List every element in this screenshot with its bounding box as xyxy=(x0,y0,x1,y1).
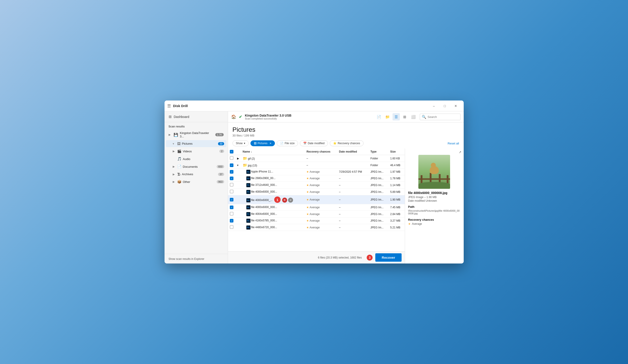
sidebar-item-label-audio: Audio xyxy=(183,157,224,161)
sidebar-footer: Show scan results in Explorer xyxy=(164,254,228,263)
archives-count-badge: 37 xyxy=(218,173,224,176)
sidebar-item-documents[interactable]: ▶ 📄 Documents 650 xyxy=(166,163,227,170)
drive-name: Kingston DataTraveler 3... xyxy=(180,131,214,138)
scan-results-label: Scan results xyxy=(164,122,228,129)
documents-count-badge: 650 xyxy=(217,165,224,168)
collapse-icon[interactable]: ▾ xyxy=(237,164,238,167)
row-date: – xyxy=(337,204,369,211)
table-row[interactable]: – ▾ 📁 jpg (13) – Folder xyxy=(228,162,405,169)
preview-hash-button[interactable]: # xyxy=(288,198,293,203)
row-checkbox[interactable]: ✓ xyxy=(230,198,234,201)
sidebar-item-archives[interactable]: ▶ 🗜 Archives 37 xyxy=(166,171,227,178)
row-checkbox[interactable] xyxy=(230,225,234,229)
size-column-header[interactable]: Size xyxy=(389,148,405,155)
row-type: Folder xyxy=(369,155,388,162)
date-modified-filter-button[interactable]: 📅 Date modified xyxy=(300,140,328,146)
table-row[interactable]: ▶ 📁 gif (2) – Folder 1.60 KB xyxy=(228,155,405,162)
recovery-chances-filter-button[interactable]: ⭐ Recovery chances xyxy=(330,140,364,146)
pictures-filter-button[interactable]: 🖼 Pictures ✕ xyxy=(250,140,275,146)
drive-expand-arrow: ▶ xyxy=(169,133,172,136)
row-recovery: ★ Average xyxy=(305,218,337,224)
sidebar-item-pictures[interactable]: ▾ 🖼 Pictures 30 xyxy=(166,140,227,147)
recover-button[interactable]: Recover xyxy=(375,253,401,262)
videos-count-badge: 2 xyxy=(219,150,224,153)
sidebar-item-label-documents: Documents xyxy=(183,165,216,168)
recovery-column-header[interactable]: Recovery chances xyxy=(305,148,337,155)
select-all-header[interactable]: – xyxy=(228,148,235,155)
list-view-button[interactable]: ☰ xyxy=(392,113,400,121)
table-row[interactable]: ✓ Ps file 4000x6000_000... ★ Average xyxy=(228,204,405,211)
sidebar-item-audio[interactable]: ▶ 🎵 Audio xyxy=(166,155,227,163)
type-column-header[interactable]: Type xyxy=(369,148,388,155)
pictures-count-badge: 30 xyxy=(218,142,224,145)
table-row[interactable]: ✓ Ps Apple iPhone 11... ★ Average xyxy=(228,169,405,175)
table-row[interactable]: ✓ Ps file 2680x3900_00... ★ Average xyxy=(228,175,405,182)
row-checkbox[interactable]: – xyxy=(230,163,234,167)
row-date: – xyxy=(337,195,369,204)
table-row[interactable]: Ps file 3712x4640_000... ★ Average – JPE… xyxy=(228,182,405,188)
row-date: – xyxy=(337,188,369,195)
close-button[interactable]: ✕ xyxy=(451,102,461,110)
table-row[interactable]: Ps file 4480x6720_000... ★ Average – JPE… xyxy=(228,224,405,231)
search-box[interactable]: 🔍 xyxy=(420,114,461,120)
pictures-expand-arrow: ▾ xyxy=(173,142,176,145)
row-checkbox[interactable]: ✓ xyxy=(230,177,234,180)
expand-icon[interactable]: ▶ xyxy=(237,157,239,160)
sidebar-item-other[interactable]: ▶ 📦 Other 963 xyxy=(166,178,227,185)
bottom-status: 6 files (20.3 MB) selected, 1682 files xyxy=(231,256,364,259)
row-date: 7/29/2020 4:57 PM xyxy=(337,169,369,175)
minimize-button[interactable]: – xyxy=(429,102,439,110)
table-row[interactable]: Ps file 4000x6000_000... ★ Average – JPE… xyxy=(228,188,405,195)
select-all-checkbox[interactable]: – xyxy=(230,150,234,153)
date-column-header[interactable]: Date modified xyxy=(337,148,369,155)
home-icon[interactable]: 🏠 xyxy=(231,114,236,119)
other-count-badge: 963 xyxy=(217,180,224,183)
table-row[interactable]: ✓ Ps file 4000x6000_... 1 👁 xyxy=(228,195,405,204)
videos-icon: 🎬 xyxy=(177,149,181,153)
file-size-filter-button[interactable]: 📄 File size xyxy=(277,140,298,146)
new-file-button[interactable]: 📄 xyxy=(375,113,383,121)
page-title: Pictures xyxy=(233,126,459,133)
name-column-header[interactable]: Name ↓ xyxy=(241,148,305,155)
pictures-filter-close-icon[interactable]: ✕ xyxy=(269,142,271,145)
row-filename: file 3712x4640_000... xyxy=(251,183,277,186)
sidebar-drive[interactable]: ▶ 💾 Kingston DataTraveler 3... 1.7K xyxy=(164,129,228,140)
grid-view-button[interactable]: ⊞ xyxy=(401,113,408,121)
row-type: JPEG Im... xyxy=(369,204,388,211)
check-icon: ✔ xyxy=(239,114,242,119)
row-date: – xyxy=(337,211,369,218)
row-date: – xyxy=(337,218,369,224)
table-area[interactable]: – Name ↓ Recovery chances Date modified xyxy=(228,148,405,251)
row-filename: file 2680x3900_00... xyxy=(251,177,276,180)
row-date xyxy=(337,155,369,162)
table-row[interactable]: Ps file 4004x6000_000... ★ Average – JPE… xyxy=(228,211,405,218)
split-view-button[interactable]: ⬜ xyxy=(410,113,417,121)
external-link-icon[interactable]: ↗ xyxy=(459,150,462,154)
row-type: JPEG Im... xyxy=(369,195,388,204)
row-checkbox[interactable] xyxy=(230,183,234,186)
dashboard-nav-item[interactable]: ⊞ Dashboard xyxy=(164,111,228,122)
row-checkbox[interactable] xyxy=(230,212,234,216)
search-input[interactable] xyxy=(428,115,459,119)
reset-all-button[interactable]: Reset all xyxy=(448,142,459,145)
badge-1: 1 xyxy=(274,196,281,203)
hamburger-icon[interactable]: ☰ xyxy=(167,104,171,109)
sidebar-item-label-pictures: Pictures xyxy=(182,142,217,145)
preview-eye-button[interactable]: 👁 xyxy=(282,198,287,203)
preview-date: Date modified Unknown xyxy=(405,199,464,203)
row-checkbox[interactable] xyxy=(230,156,234,160)
preview-chances: ★ Average xyxy=(405,222,464,226)
folder-button[interactable]: 📁 xyxy=(384,113,391,121)
show-filter-button[interactable]: Show ▾ xyxy=(233,140,249,146)
row-checkbox[interactable]: ✓ xyxy=(230,170,234,174)
app-title: Disk Drill xyxy=(173,104,188,108)
row-checkbox[interactable] xyxy=(230,190,234,193)
preview-path-label: Path xyxy=(405,203,464,209)
table-row[interactable]: ✓ Ps file 4160x5785_000... ★ Average xyxy=(228,218,405,224)
row-checkbox[interactable]: ✓ xyxy=(230,206,234,209)
maximize-button[interactable]: □ xyxy=(440,102,450,110)
row-filename: file 4000x6000_... xyxy=(251,198,273,202)
sidebar-item-videos[interactable]: ▶ 🎬 Videos 2 xyxy=(166,148,227,155)
row-checkbox[interactable]: ✓ xyxy=(230,219,234,223)
show-scan-results-button[interactable]: Show scan results in Explorer xyxy=(169,257,204,260)
